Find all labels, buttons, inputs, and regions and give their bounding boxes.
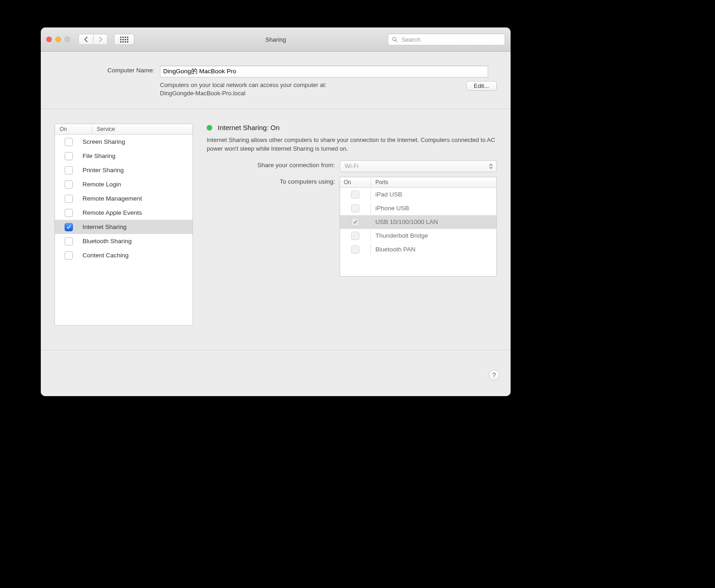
- service-checkbox[interactable]: [65, 138, 73, 146]
- computer-name-label: Computer Name:: [55, 65, 154, 98]
- computer-name-desc-row: Computers on your local network can acce…: [160, 81, 497, 98]
- service-row[interactable]: Internet Sharing: [55, 220, 192, 234]
- port-label: Bluetooth PAN: [371, 244, 496, 255]
- service-checkbox[interactable]: [65, 152, 73, 160]
- service-label: Remote Login: [82, 181, 188, 188]
- service-description: Internet Sharing allows other computers …: [207, 136, 497, 152]
- service-row[interactable]: Remote Login: [55, 177, 192, 191]
- chevron-down-icon: [489, 166, 493, 169]
- minimize-window-button[interactable]: [55, 37, 61, 42]
- service-label: Content Caching: [82, 252, 188, 259]
- forward-button[interactable]: [93, 34, 108, 45]
- zoom-window-button[interactable]: [65, 37, 70, 42]
- edit-hostname-button[interactable]: Edit...: [466, 81, 497, 91]
- computer-name-description: Computers on your local network can acce…: [160, 81, 461, 98]
- search-icon: [392, 37, 398, 43]
- service-checkbox[interactable]: [65, 166, 73, 174]
- services-table: On Service Screen SharingFile SharingPri…: [55, 124, 193, 326]
- search-input[interactable]: [401, 36, 501, 44]
- port-label: Thunderbolt Bridge: [371, 230, 496, 241]
- port-checkbox: [351, 191, 359, 199]
- to-computers-row: To computers using: On Ports iPad USBiPh…: [207, 177, 497, 277]
- share-from-select[interactable]: Wi-Fi: [340, 160, 497, 172]
- service-label: File Sharing: [82, 152, 188, 159]
- to-computers-label: To computers using:: [207, 177, 335, 185]
- service-label: Remote Management: [82, 195, 188, 202]
- service-row[interactable]: Remote Apple Events: [55, 206, 192, 220]
- port-row: Thunderbolt Bridge: [340, 229, 496, 243]
- service-row[interactable]: Bluetooth Sharing: [55, 234, 192, 248]
- search-field-container[interactable]: [388, 33, 505, 45]
- service-label: Printer Sharing: [82, 167, 188, 174]
- service-label: Remote Apple Events: [82, 209, 188, 216]
- share-from-label: Share your connection from:: [207, 160, 335, 169]
- detail-pane: Internet Sharing: On Internet Sharing al…: [207, 124, 497, 326]
- computer-name-input[interactable]: [160, 65, 488, 77]
- status-line: Internet Sharing: On: [207, 124, 497, 131]
- computer-name-desc-line2: DingGongde-MacBook-Pro.local: [160, 90, 245, 97]
- port-checkbox: [351, 245, 359, 254]
- services-header-service: Service: [92, 124, 192, 134]
- preferences-window: Sharing Computer Name: Computers on your…: [41, 27, 511, 396]
- service-label: Screen Sharing: [82, 138, 188, 145]
- port-row: USB 10/100/1000 LAN: [340, 215, 496, 229]
- chevron-left-icon: [84, 37, 88, 42]
- ports-header-ports: Ports: [371, 177, 496, 187]
- chevron-right-icon: [98, 37, 103, 42]
- service-label: Bluetooth Sharing: [82, 238, 188, 245]
- service-row[interactable]: Printer Sharing: [55, 163, 192, 177]
- port-row: iPad USB: [340, 188, 496, 201]
- port-checkbox: [351, 232, 359, 240]
- status-text: Internet Sharing: On: [218, 124, 280, 131]
- grid-icon: [120, 37, 128, 43]
- service-row[interactable]: Screen Sharing: [55, 135, 192, 149]
- port-checkbox: [351, 204, 359, 212]
- service-checkbox[interactable]: [65, 223, 73, 231]
- service-label: Internet Sharing: [82, 223, 188, 230]
- computer-name-desc-line1: Computers on your local network can acce…: [160, 82, 326, 88]
- titlebar: Sharing: [41, 27, 511, 52]
- body: On Service Screen SharingFile SharingPri…: [41, 109, 511, 339]
- back-button[interactable]: [78, 34, 93, 45]
- service-row[interactable]: Remote Management: [55, 191, 192, 206]
- close-window-button[interactable]: [46, 37, 52, 42]
- share-from-row: Share your connection from: Wi-Fi: [207, 160, 497, 172]
- service-row[interactable]: File Sharing: [55, 149, 192, 163]
- select-stepper-icon: [487, 162, 495, 171]
- share-from-value: Wi-Fi: [345, 163, 358, 169]
- computer-name-pane: Computer Name: Computers on your local n…: [41, 52, 511, 109]
- ports-header: On Ports: [340, 177, 496, 188]
- ports-rows: iPad USBiPhone USBUSB 10/100/1000 LANThu…: [340, 188, 496, 256]
- service-row[interactable]: Content Caching: [55, 248, 192, 262]
- ports-table: On Ports iPad USBiPhone USBUSB 10/100/10…: [340, 177, 497, 277]
- show-all-button[interactable]: [114, 34, 134, 45]
- status-indicator-dot: [207, 125, 212, 131]
- nav-segmented: [78, 34, 108, 45]
- svg-line-1: [396, 40, 397, 42]
- ports-header-on: On: [340, 177, 371, 187]
- service-checkbox[interactable]: [65, 251, 73, 260]
- services-header-on: On: [55, 124, 92, 134]
- port-row: iPhone USB: [340, 201, 496, 215]
- service-checkbox[interactable]: [65, 195, 73, 203]
- port-checkbox: [351, 218, 359, 226]
- service-checkbox[interactable]: [65, 180, 73, 189]
- services-rows: Screen SharingFile SharingPrinter Sharin…: [55, 135, 192, 262]
- port-label: USB 10/100/1000 LAN: [371, 217, 496, 227]
- port-label: iPhone USB: [371, 203, 496, 213]
- help-button[interactable]: ?: [489, 370, 500, 381]
- port-row: Bluetooth PAN: [340, 243, 496, 256]
- services-header: On Service: [55, 124, 192, 135]
- port-label: iPad USB: [371, 189, 496, 200]
- service-checkbox[interactable]: [65, 209, 73, 217]
- service-checkbox[interactable]: [65, 237, 73, 245]
- window-controls: [46, 37, 70, 42]
- bottom-pane: [41, 350, 511, 396]
- computer-name-right: Computers on your local network can acce…: [160, 65, 497, 98]
